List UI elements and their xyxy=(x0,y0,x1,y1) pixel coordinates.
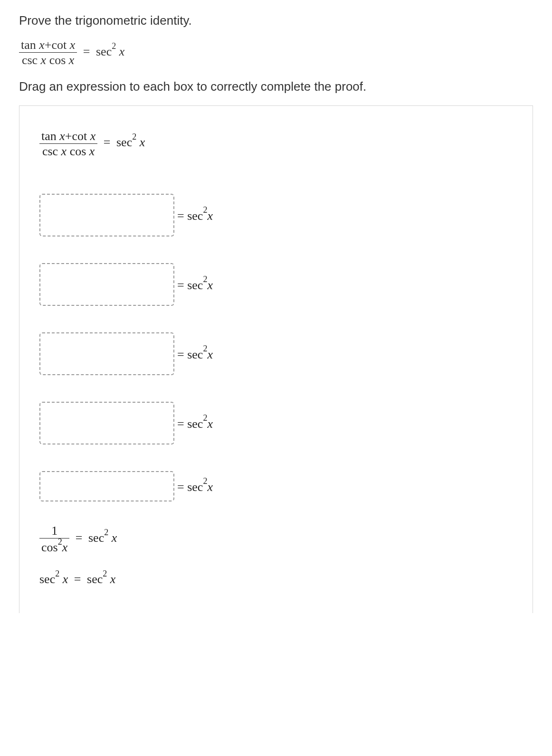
lhs-numerator: tan x+cot x xyxy=(19,38,77,53)
step-rhs: = sec2x xyxy=(177,416,213,431)
proof-lhs-fraction: tan x+cot x csc x cos x xyxy=(39,130,97,158)
step-rhs: = sec2x xyxy=(177,277,213,293)
drop-zone-3[interactable] xyxy=(39,332,174,375)
proof-rhs: sec2 x xyxy=(116,135,145,149)
lhs-numerator: tan x+cot x xyxy=(39,130,97,144)
identity-equation: tan x+cot x csc x cos x = sec2 x xyxy=(19,38,533,67)
drop-zone-4[interactable] xyxy=(39,402,174,444)
proof-step-5: = sec2x xyxy=(39,402,513,444)
lhs-denominator: csc x cos x xyxy=(39,144,97,158)
drop-zone-5[interactable] xyxy=(39,471,174,501)
equals-sign: = xyxy=(76,531,83,545)
equals-sign: = xyxy=(74,572,81,586)
rhs: sec2 x xyxy=(88,531,117,545)
step-rhs: = sec2x xyxy=(177,346,213,362)
proof-step-2: = sec2x xyxy=(39,194,513,236)
one-over-cos2: 1 cos2x xyxy=(39,524,69,554)
proof-step-4: = sec2x xyxy=(39,332,513,375)
frac-den: cos2x xyxy=(39,539,69,554)
proof-panel: tan x+cot x csc x cos x = sec2 x = sec2x… xyxy=(19,105,533,614)
instruction-text: Prove the trigonometric identity. xyxy=(19,13,533,28)
proof-line-1: tan x+cot x csc x cos x = sec2 x xyxy=(39,130,513,158)
frac-num: 1 xyxy=(39,524,69,539)
lhs-denominator: csc x cos x xyxy=(19,53,77,66)
drop-zone-2[interactable] xyxy=(39,263,174,306)
drop-zone-1[interactable] xyxy=(39,194,174,236)
identity-rhs: sec2 x xyxy=(96,45,124,58)
step-rhs: = sec2x xyxy=(177,208,213,223)
step-rhs: = sec2x xyxy=(177,479,213,494)
proof-step-3: = sec2x xyxy=(39,263,513,306)
drag-instruction: Drag an expression to each box to correc… xyxy=(19,79,533,94)
proof-line-7: 1 cos2x = sec2 x xyxy=(39,524,513,554)
equals-sign: = xyxy=(104,135,111,149)
identity-lhs-fraction: tan x+cot x csc x cos x xyxy=(19,38,77,67)
rhs: sec2 x xyxy=(87,572,115,586)
equals-sign: = xyxy=(83,45,90,58)
proof-line-8: sec2 x = sec2 x xyxy=(39,571,513,586)
proof-step-6: = sec2x xyxy=(39,471,513,501)
lhs: sec2 x xyxy=(39,572,68,586)
